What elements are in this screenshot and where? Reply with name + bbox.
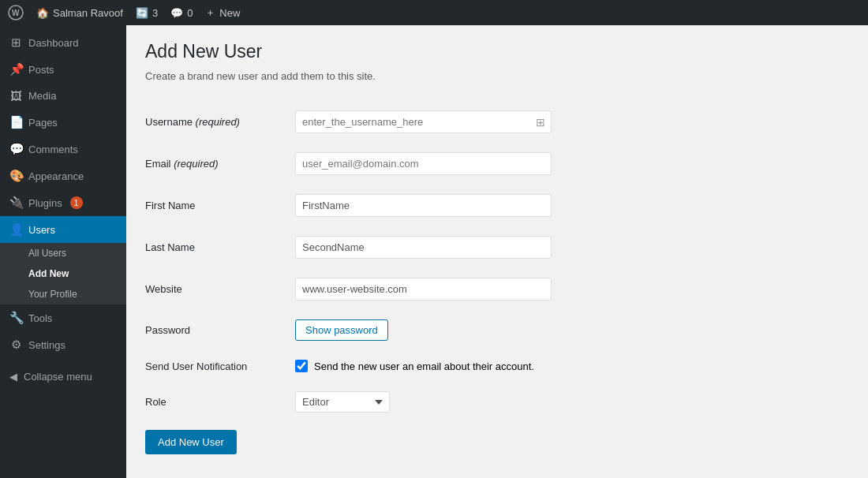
plugins-badge: 1 [70, 196, 83, 209]
media-icon: 🖼 [9, 89, 22, 103]
new-content[interactable]: ＋ New [205, 6, 240, 20]
sidebar-label-posts: Posts [28, 64, 54, 76]
form-row-password: Password Show password [145, 310, 852, 350]
lastname-label: Last Name [145, 241, 195, 253]
sidebar-item-pages[interactable]: 📄 Pages [0, 109, 126, 136]
comments-icon: 💬 [9, 142, 22, 156]
username-wrap: ⊞ [295, 110, 552, 133]
sidebar-item-plugins[interactable]: 🔌 Plugins 1 [0, 189, 126, 216]
username-field-icon: ⊞ [536, 116, 545, 129]
show-password-button[interactable]: Show password [295, 319, 388, 341]
sidebar-item-comments[interactable]: 💬 Comments [0, 136, 126, 162]
submenu-your-profile[interactable]: Your Profile [0, 284, 126, 304]
posts-icon: 📌 [9, 62, 22, 77]
sidebar-label-comments: Comments [28, 144, 78, 155]
content-area: Add New User Create a brand new user and… [126, 25, 868, 478]
svg-text:W: W [12, 9, 20, 17]
form-row-username: Username (required) ⊞ [145, 101, 852, 143]
updates[interactable]: 🔄 3 [136, 7, 158, 19]
tools-icon: 🔧 [9, 311, 22, 325]
add-new-user-button[interactable]: Add New User [145, 430, 237, 454]
plugins-icon: 🔌 [9, 196, 22, 210]
sidebar-item-posts[interactable]: 📌 Posts [0, 56, 126, 83]
form-row-email: Email (required) [145, 143, 852, 185]
collapse-icon: ◀ [9, 371, 17, 383]
firstname-input[interactable] [295, 194, 552, 217]
role-select[interactable]: Editor Administrator Author Contributor … [295, 391, 390, 413]
form-row-lastname: Last Name [145, 226, 852, 268]
sidebar-item-tools[interactable]: 🔧 Tools [0, 304, 126, 331]
email-input[interactable] [295, 152, 552, 175]
users-icon: 👤 [9, 222, 22, 237]
email-label: Email (required) [145, 158, 219, 170]
website-input[interactable] [295, 278, 552, 301]
sidebar-item-media[interactable]: 🖼 Media [0, 83, 126, 109]
username-input[interactable] [295, 110, 552, 133]
notification-checkbox[interactable] [295, 360, 308, 372]
form-row-notification: Send User Notification Send the new user… [145, 350, 852, 382]
sidebar-label-tools: Tools [28, 312, 52, 324]
sidebar-item-settings[interactable]: ⚙ Settings [0, 331, 126, 358]
settings-icon: ⚙ [9, 338, 22, 352]
submenu-all-users[interactable]: All Users [0, 243, 126, 263]
notification-label: Send User Notification [145, 360, 247, 372]
sidebar-label-media: Media [28, 90, 56, 102]
admin-bar: W 🏠 Salman Ravoof 🔄 3 💬 0 ＋ New [0, 0, 868, 25]
appearance-icon: 🎨 [9, 169, 22, 183]
site-name[interactable]: 🏠 Salman Ravoof [36, 7, 123, 19]
password-label: Password [145, 324, 190, 336]
notification-row: Send the new user an email about their a… [295, 360, 852, 372]
page-subtitle: Create a brand new user and add them to … [145, 70, 852, 82]
sidebar-item-users[interactable]: 👤 Users [0, 216, 126, 243]
firstname-label: First Name [145, 200, 196, 211]
sidebar-item-dashboard[interactable]: ⊞ Dashboard [0, 29, 126, 56]
website-label: Website [145, 283, 182, 295]
form-row-website: Website [145, 268, 852, 310]
dashboard-icon: ⊞ [9, 35, 22, 50]
wp-logo[interactable]: W [8, 5, 24, 21]
collapse-menu[interactable]: ◀ Collapse menu [0, 364, 126, 389]
collapse-label: Collapse menu [24, 371, 92, 383]
submenu-add-new[interactable]: Add New [0, 263, 126, 284]
notification-text: Send the new user an email about their a… [314, 360, 534, 372]
sidebar-label-settings: Settings [28, 339, 65, 351]
main-layout: ⊞ Dashboard 📌 Posts 🖼 Media 📄 Pages 💬 Co… [0, 25, 868, 478]
users-submenu: All Users Add New Your Profile [0, 243, 126, 304]
pages-icon: 📄 [9, 115, 22, 129]
lastname-input[interactable] [295, 236, 552, 259]
sidebar-label-users: Users [28, 224, 55, 236]
sidebar-label-dashboard: Dashboard [28, 37, 79, 49]
add-user-form: Username (required) ⊞ [145, 101, 852, 422]
form-row-role: Role Editor Administrator Author Contrib… [145, 382, 852, 422]
page-title: Add New User [145, 41, 852, 62]
username-label: Username (required) [145, 116, 240, 128]
sidebar-label-pages: Pages [28, 117, 58, 129]
form-row-firstname: First Name [145, 185, 852, 226]
sidebar-label-appearance: Appearance [28, 170, 84, 182]
admin-menu: ⊞ Dashboard 📌 Posts 🖼 Media 📄 Pages 💬 Co… [0, 25, 126, 478]
role-label: Role [145, 396, 166, 408]
comments[interactable]: 💬 0 [170, 7, 193, 19]
sidebar-item-appearance[interactable]: 🎨 Appearance [0, 162, 126, 189]
sidebar-label-plugins: Plugins [28, 197, 62, 209]
